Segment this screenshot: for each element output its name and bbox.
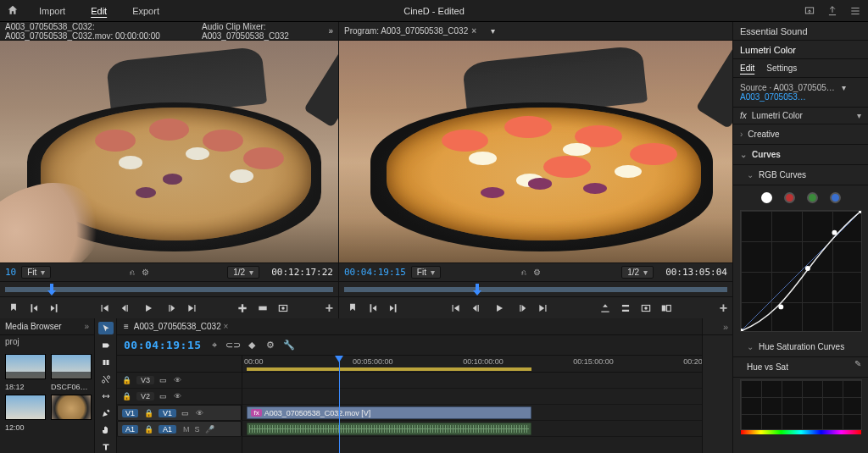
- overwrite-icon[interactable]: [254, 301, 271, 316]
- hue-vs-sat-editor[interactable]: [740, 379, 862, 430]
- out-point-icon[interactable]: [46, 301, 63, 316]
- video-clip[interactable]: fx A003_07050538_C032.mov [V]: [247, 406, 531, 419]
- voiceover-icon[interactable]: 🎤: [205, 425, 214, 434]
- add-marker-icon[interactable]: [5, 301, 22, 316]
- media-thumb[interactable]: [51, 395, 92, 420]
- source-patch-a1[interactable]: A1: [122, 425, 138, 434]
- section-curves[interactable]: ⌄ Curves: [733, 145, 868, 165]
- lumetri-color-tab[interactable]: Lumetri Color: [733, 41, 868, 59]
- section-creative[interactable]: › Creative: [733, 124, 868, 145]
- pen-tool-icon[interactable]: [98, 406, 114, 419]
- compare-icon[interactable]: [658, 301, 675, 316]
- in-point-icon[interactable]: [25, 301, 42, 316]
- type-tool-icon[interactable]: [98, 440, 114, 453]
- aux-panel-overflow[interactable]: »: [703, 318, 732, 335]
- program-reset-icon[interactable]: ⎌: [521, 268, 526, 277]
- track-header-v2[interactable]: 🔒 V2 ▭ 👁: [117, 389, 242, 405]
- program-add-button[interactable]: +: [720, 301, 727, 316]
- source-zoom-select[interactable]: 1/2▾: [227, 266, 259, 279]
- program-tab[interactable]: Program: A003_07050538_C032 ×: [344, 26, 476, 36]
- razor-tool-icon[interactable]: [98, 373, 114, 385]
- lock-icon[interactable]: 🔒: [121, 391, 131, 401]
- go-to-out-icon[interactable]: [535, 301, 552, 316]
- selection-tool-icon[interactable]: [98, 322, 114, 334]
- chevron-down-icon[interactable]: ▾: [842, 83, 846, 92]
- media-thumb[interactable]: [5, 354, 46, 379]
- program-tab-menu-icon[interactable]: ▾: [488, 24, 497, 39]
- eyedropper-icon[interactable]: ✎: [854, 359, 861, 368]
- lumetri-fx-row[interactable]: fx Lumetri Color ▾: [733, 108, 868, 124]
- lumetri-tab-settings[interactable]: Settings: [766, 64, 797, 73]
- add-marker-icon[interactable]: [344, 301, 361, 316]
- play-icon[interactable]: [491, 301, 508, 316]
- program-fit-select[interactable]: Fit▾: [411, 266, 441, 279]
- section-hue-vs-sat[interactable]: Hue vs Sat ✎: [733, 357, 868, 378]
- rgb-dot-master[interactable]: [761, 192, 772, 203]
- eye-icon[interactable]: 👁: [172, 391, 182, 401]
- settings-icon[interactable]: ⚙: [264, 340, 276, 351]
- source-scrub-bar[interactable]: [0, 281, 338, 296]
- source-tab-clip[interactable]: A003_07050538_C032: A003_07050538_C032.m…: [5, 22, 190, 41]
- menu-export[interactable]: Export: [127, 3, 164, 19]
- lock-icon[interactable]: 🔒: [143, 408, 153, 418]
- source-patch-v1[interactable]: V1: [122, 409, 138, 417]
- mute-toggle[interactable]: M: [183, 425, 190, 434]
- timeline-playhead-tc[interactable]: 00:04:19:15: [124, 339, 202, 351]
- media-browser-tab[interactable]: Media Browser »: [0, 318, 94, 335]
- program-video[interactable]: [339, 41, 732, 262]
- toggle-output-icon[interactable]: ▭: [159, 376, 167, 384]
- eye-icon[interactable]: 👁: [194, 408, 204, 418]
- toggle-output-icon[interactable]: ▭: [181, 409, 189, 417]
- rgb-dot-green[interactable]: [807, 192, 818, 203]
- snap-icon[interactable]: ⌖: [209, 340, 220, 351]
- rgb-dot-blue[interactable]: [830, 192, 841, 203]
- play-icon[interactable]: [140, 301, 157, 316]
- lock-icon[interactable]: 🔒: [143, 424, 153, 434]
- ripple-tool-icon[interactable]: [98, 356, 114, 368]
- lumetri-source-clip[interactable]: A003_0705053…: [740, 92, 806, 102]
- timeline-ruler[interactable]: 00:00 00:05:00:00 00:10:00:00 00:15:00:0…: [242, 356, 702, 373]
- track-header-a1[interactable]: A1 🔒 A1 M S 🎤: [117, 421, 242, 437]
- media-browser-path[interactable]: proj: [0, 335, 94, 351]
- home-icon[interactable]: [7, 4, 19, 18]
- source-add-button[interactable]: +: [326, 301, 333, 316]
- lane-v1[interactable]: fx A003_07050538_C032.mov [V]: [242, 405, 702, 421]
- linked-selection-icon[interactable]: ⊂⊃: [227, 340, 239, 351]
- program-scrub-bar[interactable]: [339, 281, 732, 296]
- eye-icon[interactable]: 👁: [172, 375, 182, 385]
- go-to-out-icon[interactable]: [184, 301, 201, 316]
- source-settings-icon[interactable]: ⚙: [142, 268, 149, 277]
- close-icon[interactable]: ×: [224, 322, 229, 331]
- essential-sound-tab[interactable]: Essential Sound: [733, 22, 868, 41]
- source-reset-icon[interactable]: ⎌: [130, 268, 135, 277]
- share-icon[interactable]: [826, 4, 838, 17]
- step-back-icon[interactable]: [469, 301, 486, 316]
- hand-tool-icon[interactable]: [98, 423, 114, 436]
- audio-clip[interactable]: [247, 423, 531, 435]
- lift-icon[interactable]: [597, 301, 614, 316]
- toggle-output-icon[interactable]: ▭: [159, 392, 167, 401]
- step-fwd-icon[interactable]: [513, 301, 530, 316]
- tracks-area[interactable]: 00:00 00:05:00:00 00:10:00:00 00:15:00:0…: [242, 356, 702, 453]
- insert-icon[interactable]: [234, 301, 251, 316]
- export-frame-icon[interactable]: [275, 301, 292, 316]
- media-thumb[interactable]: [51, 354, 92, 379]
- rgb-dot-red[interactable]: [784, 192, 795, 203]
- menu-edit[interactable]: Edit: [86, 3, 112, 19]
- lane-v2[interactable]: [242, 389, 702, 405]
- close-icon[interactable]: ×: [471, 26, 476, 36]
- lumetri-tab-edit[interactable]: Edit: [740, 64, 754, 73]
- source-tab-audio-mixer[interactable]: Audio Clip Mixer: A003_07050538_C032: [202, 22, 316, 41]
- extract-icon[interactable]: [617, 301, 634, 316]
- chevron-down-icon[interactable]: ▾: [857, 111, 861, 120]
- media-browser-overflow[interactable]: »: [84, 322, 89, 331]
- out-point-icon[interactable]: [385, 301, 402, 316]
- sequence-tab[interactable]: A003_07050538_C032 ×: [134, 322, 229, 331]
- track-header-v3[interactable]: 🔒 V3 ▭ 👁: [117, 373, 242, 389]
- step-fwd-icon[interactable]: [162, 301, 179, 316]
- source-video[interactable]: [0, 41, 338, 262]
- wrench-icon[interactable]: 🔧: [283, 340, 295, 351]
- source-fit-select[interactable]: Fit▾: [21, 266, 51, 279]
- lock-icon[interactable]: 🔒: [121, 375, 131, 385]
- menu-import[interactable]: Import: [34, 3, 70, 19]
